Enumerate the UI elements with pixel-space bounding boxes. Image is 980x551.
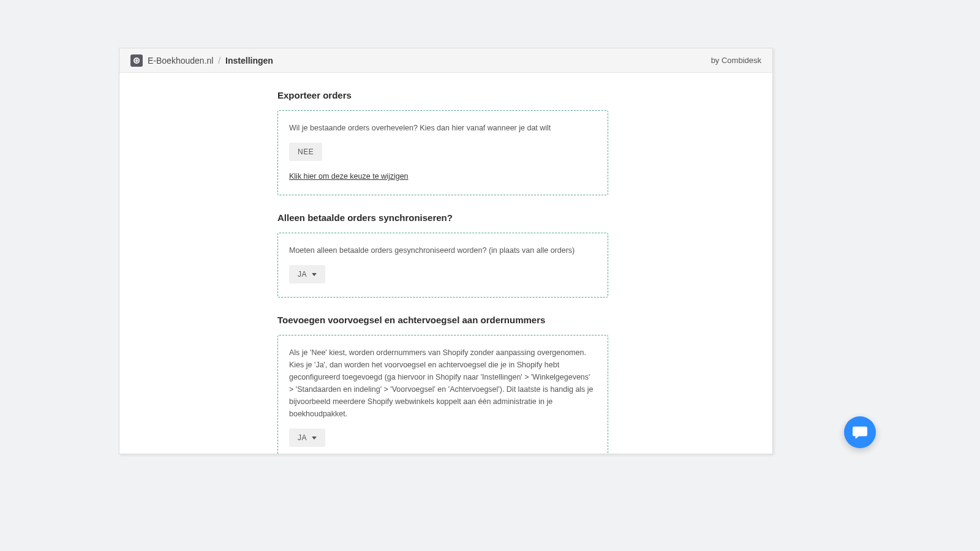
paid-only-dropdown-button[interactable]: JA — [289, 265, 325, 283]
header-attribution: by Combidesk — [711, 56, 761, 65]
section-title-prefix-suffix: Toevoegen voorvoegsel en achtervoegsel a… — [277, 315, 608, 325]
export-orders-toggle-button[interactable]: NEE — [289, 143, 322, 161]
settings-column: Exporteer orders Wil je bestaande orders… — [277, 90, 608, 454]
caret-down-icon — [312, 437, 317, 440]
panel-prefix-suffix: Als je 'Nee' kiest, worden ordernummers … — [277, 335, 608, 454]
breadcrumb-separator: / — [218, 56, 221, 66]
paid-only-description: Moeten alleen betaalde orders gesynchron… — [289, 244, 597, 257]
chat-launcher-button[interactable] — [844, 416, 876, 448]
prefix-suffix-button-label: JA — [298, 433, 307, 442]
header-left: E-Boekhouden.nl / Instellingen — [130, 54, 273, 67]
app-logo-icon — [130, 54, 143, 67]
export-orders-change-link[interactable]: Klik hier om deze keuze te wijzigen — [289, 172, 409, 181]
export-orders-description: Wil je bestaande orders overhevelen? Kie… — [289, 122, 597, 134]
prefix-suffix-description: Als je 'Nee' kiest, worden ordernummers … — [289, 347, 597, 420]
chat-icon — [852, 425, 868, 440]
app-window: E-Boekhouden.nl / Instellingen by Combid… — [119, 48, 773, 454]
breadcrumb-current: Instellingen — [225, 56, 273, 66]
section-title-export-orders: Exporteer orders — [277, 90, 608, 100]
panel-paid-only: Moeten alleen betaalde orders gesynchron… — [277, 233, 608, 298]
app-header: E-Boekhouden.nl / Instellingen by Combid… — [119, 48, 772, 73]
breadcrumb: E-Boekhouden.nl / Instellingen — [148, 56, 273, 66]
caret-down-icon — [312, 273, 317, 276]
paid-only-button-label: JA — [298, 270, 307, 279]
panel-export-orders: Wil je bestaande orders overhevelen? Kie… — [277, 110, 608, 195]
content-area: Exporteer orders Wil je bestaande orders… — [119, 73, 772, 454]
prefix-suffix-dropdown-button[interactable]: JA — [289, 429, 325, 447]
breadcrumb-app[interactable]: E-Boekhouden.nl — [148, 56, 213, 66]
export-orders-button-label: NEE — [298, 148, 314, 156]
section-title-paid-only: Alleen betaalde orders synchroniseren? — [277, 212, 608, 223]
